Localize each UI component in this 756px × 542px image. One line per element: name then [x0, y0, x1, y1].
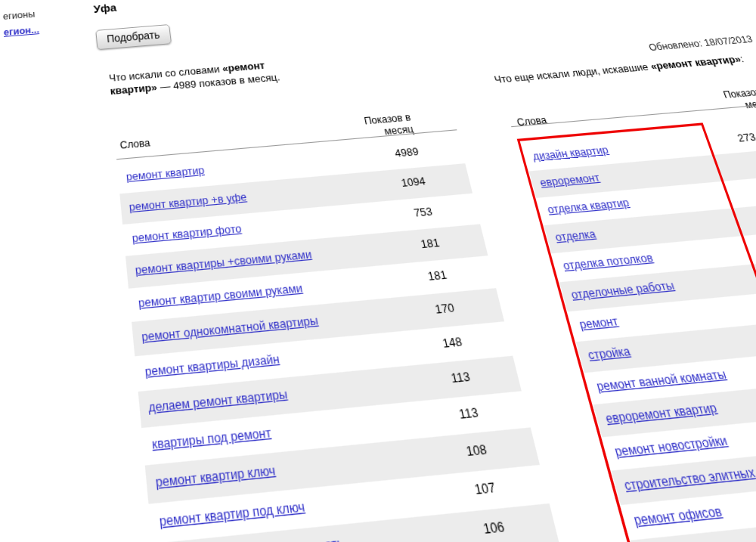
- keyword-link[interactable]: ремонт: [578, 314, 620, 331]
- keyword-link[interactable]: ремонт новостройки: [613, 432, 730, 459]
- shows-value: 108: [465, 441, 488, 459]
- shows-value: 106: [482, 519, 506, 537]
- keyword-link[interactable]: дизайн квартир: [531, 144, 609, 163]
- keyword-link[interactable]: ремонт квартиры дизайн: [144, 352, 280, 379]
- right-heading-query: «ремонт квартир»: [649, 53, 742, 72]
- shows-value: 753: [413, 205, 434, 219]
- keyword-link[interactable]: ремонт однокомнатной квартиры: [141, 313, 319, 344]
- keyword-link[interactable]: отделочные работы: [569, 278, 676, 302]
- shows-value: 113: [457, 404, 479, 422]
- shows-value: 148: [441, 334, 463, 350]
- keyword-link[interactable]: отделка потолков: [562, 251, 655, 273]
- shows-value: 273: [736, 131, 756, 144]
- keyword-link[interactable]: стройка: [586, 344, 631, 362]
- keyword-link[interactable]: отделка квартир: [546, 196, 631, 216]
- keyword-link[interactable]: ремонт квартир +в уфе: [129, 190, 247, 214]
- keyword-link[interactable]: евроремонт квартир: [604, 400, 719, 426]
- keyword-link[interactable]: ремонт квартир: [125, 164, 205, 183]
- shows-value: 181: [420, 236, 441, 251]
- shows-value: 4989: [394, 145, 420, 160]
- keyword-link[interactable]: строительство элитных: [622, 464, 756, 494]
- keyword-link[interactable]: евроремонт: [538, 171, 601, 188]
- shows-value: 107: [473, 479, 497, 497]
- shows-value: 181: [426, 268, 448, 283]
- shows-value: 1094: [400, 175, 426, 189]
- pick-button[interactable]: Подобрать: [95, 24, 171, 50]
- region-link[interactable]: егион...: [3, 24, 39, 38]
- regions-label: егионы: [3, 8, 36, 22]
- right-keywords-table: дизайн квартир273евроремонт3отделка квар…: [522, 121, 756, 542]
- page-title-city: Уфа: [93, 2, 117, 15]
- keyword-link[interactable]: ремонт квартир своими руками: [138, 281, 303, 310]
- wordstat-page: егионы егион... Уфа Подобрать Обновлено:…: [0, 0, 756, 542]
- keyword-link[interactable]: ремонт квартир ключ: [155, 463, 277, 491]
- left-table-heading: Что искали со словами «ремонт квартир» —…: [108, 56, 298, 98]
- keyword-link[interactable]: ремонт офисов: [632, 503, 724, 528]
- left-column-header-words: Слова: [119, 137, 151, 151]
- keyword-link[interactable]: ремонт квартир фото: [132, 222, 242, 245]
- right-heading-prefix: Что еще искали люди, искавшие: [493, 60, 652, 85]
- keyword-link[interactable]: квартиры под ремонт: [151, 425, 272, 452]
- shows-value: 113: [450, 369, 472, 386]
- left-keywords-table: ремонт квартир4989ремонт квартир +в уфе1…: [117, 135, 559, 542]
- keyword-link[interactable]: делаем ремонт квартиры: [147, 386, 288, 415]
- keyword-link[interactable]: ремонт ванной комнаты: [595, 367, 728, 394]
- keyword-link[interactable]: отделка: [553, 227, 597, 243]
- keyword-link[interactable]: ремонт квартир под ключ: [159, 498, 306, 529]
- shows-value: 170: [434, 301, 456, 317]
- screenshot-stage: егионы егион... Уфа Подобрать Обновлено:…: [0, 0, 756, 542]
